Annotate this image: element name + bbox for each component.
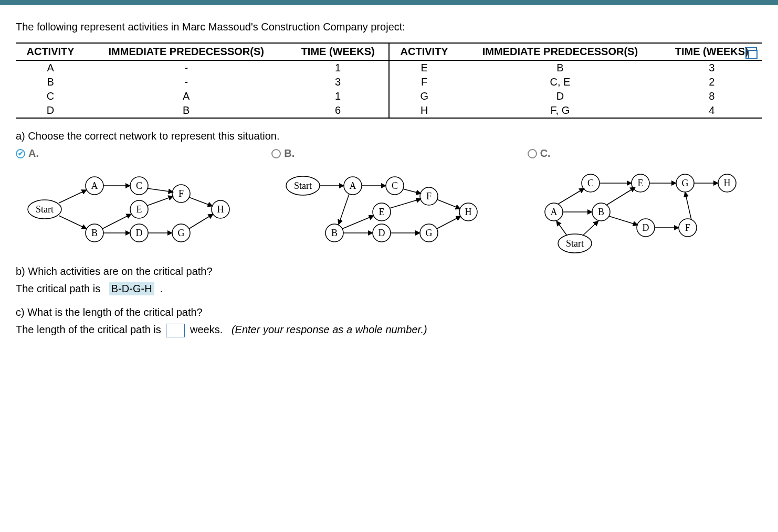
part-c-answer-line: The length of the critical path is weeks… [16, 324, 762, 337]
part-b-tail: . [160, 283, 163, 294]
svg-line-51 [403, 189, 421, 194]
svg-text:A: A [350, 180, 356, 191]
svg-text:G: G [426, 228, 433, 238]
svg-text:H: H [465, 207, 472, 217]
svg-text:G: G [178, 228, 185, 238]
radio-b[interactable] [271, 149, 281, 158]
svg-text:F: F [178, 188, 184, 199]
svg-text:G: G [681, 178, 688, 188]
svg-line-47 [339, 194, 349, 225]
option-a[interactable]: A. Start A B C E D F G H [16, 147, 250, 254]
svg-text:Start: Start [566, 238, 584, 249]
svg-line-18 [59, 190, 87, 203]
svg-line-24 [147, 196, 173, 206]
option-b[interactable]: B. Start A B C E D F G H [271, 147, 506, 254]
part-b-lead: The critical path is [16, 283, 100, 294]
th-activity-r: ACTIVITY [389, 44, 459, 60]
svg-text:C: C [587, 178, 594, 188]
table-row: B-3 FC, E2 [16, 75, 762, 89]
part-c-prompt: c) What is the length of the critical pa… [16, 306, 762, 318]
svg-text:F: F [426, 191, 432, 201]
svg-text:A: A [91, 180, 98, 191]
part-c-hint: (Enter your response as a whole number.) [232, 324, 427, 335]
option-c[interactable]: C. Start A B C D E F G H [528, 147, 762, 254]
th-pred-r: IMMEDIATE PREDECESSOR(S) [459, 44, 661, 60]
svg-text:H: H [217, 204, 224, 215]
svg-text:A: A [550, 207, 557, 217]
svg-line-77 [558, 188, 584, 204]
svg-text:B: B [598, 207, 604, 217]
part-c-unit: weeks. [190, 324, 223, 335]
table-row: DB6 HF, G4 [16, 103, 762, 118]
svg-line-74 [556, 221, 567, 236]
table-row: CA1 GD8 [16, 89, 762, 103]
option-b-label: B. [284, 147, 295, 159]
diagram-b: Start A B C E D F G H [271, 165, 492, 254]
svg-line-54 [437, 199, 460, 209]
svg-line-49 [342, 216, 374, 229]
part-b-prompt: b) Which activities are on the critical … [16, 265, 762, 278]
svg-line-75 [583, 221, 598, 236]
radio-c[interactable] [528, 149, 537, 158]
svg-text:C: C [136, 180, 142, 191]
svg-line-83 [685, 192, 691, 220]
svg-line-19 [59, 216, 87, 229]
svg-text:Start: Start [294, 180, 312, 191]
part-b-answer[interactable]: B-D-G-H [109, 282, 154, 295]
part-c-lead: The length of the critical path is [16, 324, 161, 335]
svg-text:H: H [723, 178, 730, 188]
svg-text:B: B [331, 228, 338, 238]
th-pred-l: IMMEDIATE PREDECESSOR(S) [85, 44, 287, 60]
question-body: The following represent activities in Ma… [0, 5, 778, 358]
activity-table: ACTIVITY IMMEDIATE PREDECESSOR(S) TIME (… [16, 44, 762, 119]
svg-text:E: E [379, 207, 385, 217]
svg-text:C: C [392, 180, 398, 191]
part-a-prompt: a) Choose the correct network to represe… [16, 130, 762, 142]
option-row: A. Start A B C E D F G H [16, 147, 762, 254]
popout-icon[interactable] [745, 47, 757, 59]
svg-line-79 [606, 187, 635, 205]
option-c-label: C. [540, 147, 551, 159]
svg-line-27 [189, 214, 213, 229]
part-c-input[interactable] [166, 324, 185, 337]
th-activity-l: ACTIVITY [16, 44, 85, 60]
svg-line-26 [189, 197, 213, 206]
svg-text:D: D [136, 228, 143, 238]
svg-line-55 [437, 216, 461, 229]
option-a-label: A. [28, 147, 39, 159]
svg-line-52 [390, 199, 421, 208]
part-b-answer-line: The critical path is B-D-G-H . [16, 283, 762, 295]
svg-line-21 [102, 214, 131, 229]
diagram-c: Start A B C D E F G H [528, 165, 748, 254]
svg-text:F: F [685, 222, 690, 233]
diagram-a: Start A B C E D F G H [16, 165, 236, 254]
svg-text:B: B [91, 228, 98, 238]
svg-text:Start: Start [36, 204, 54, 215]
svg-text:E: E [136, 204, 142, 215]
svg-text:E: E [637, 178, 643, 188]
intro-text: The following represent activities in Ma… [16, 21, 762, 33]
table-row: A-1 EB3 [16, 61, 762, 75]
th-time-l: TIME (WEEKS) [287, 44, 389, 60]
svg-text:D: D [379, 228, 385, 238]
svg-line-80 [609, 216, 638, 225]
svg-line-23 [147, 188, 173, 192]
app-top-bar [0, 0, 778, 5]
radio-a[interactable] [16, 149, 25, 158]
svg-text:D: D [642, 222, 649, 233]
